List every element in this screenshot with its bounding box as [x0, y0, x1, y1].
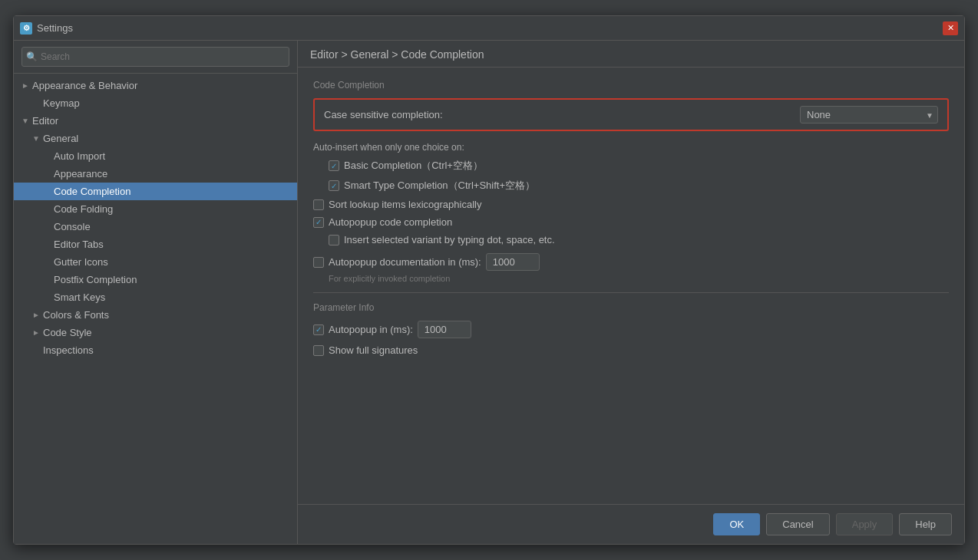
- arrow-icon: [32, 311, 43, 319]
- sidebar-item-postfix-completion[interactable]: Postfix Completion: [14, 271, 297, 288]
- autopopup-hint: For explicitly invoked completion: [313, 274, 949, 283]
- sidebar-item-console[interactable]: Console: [14, 218, 297, 236]
- sidebar-item-label: Gutter Icons: [54, 256, 108, 268]
- sidebar-item-label: Console: [54, 221, 91, 232]
- autopopup-code-label: Autopopup code completion: [329, 216, 452, 228]
- case-sensitive-dropdown-wrap: None All First letter ▼: [800, 106, 938, 124]
- show-full-signatures-label: Show full signatures: [329, 344, 418, 356]
- arrow-icon: [21, 81, 32, 90]
- sidebar-item-appearance-behavior[interactable]: Appearance & Behavior: [14, 77, 297, 94]
- sort-lookup-checkbox[interactable]: [313, 199, 324, 210]
- sidebar-item-label: Code Folding: [54, 203, 113, 215]
- sidebar-item-label: Smart Keys: [54, 292, 105, 303]
- sidebar-item-label: Editor Tabs: [54, 239, 104, 250]
- breadcrumb: Editor > General > Code Completion: [298, 41, 964, 68]
- sort-lookup-row: Sort lookup items lexicographically: [313, 199, 949, 210]
- sidebar-item-editor-tabs[interactable]: Editor Tabs: [14, 236, 297, 253]
- arrow-icon: [32, 328, 43, 337]
- titlebar-left: ⚙ Settings: [20, 22, 73, 35]
- titlebar: ⚙ Settings ✕: [14, 16, 964, 41]
- sidebar-item-code-completion[interactable]: Code Completion: [14, 183, 297, 200]
- param-autopopup-row: Autopopup in (ms):: [313, 321, 949, 338]
- basic-completion-row: Basic Completion（Ctrl+空格）: [313, 159, 949, 173]
- ok-button[interactable]: OK: [713, 513, 760, 535]
- sidebar-item-colors-fonts[interactable]: Colors & Fonts: [14, 306, 297, 324]
- sidebar-item-editor[interactable]: Editor: [14, 112, 297, 130]
- autopopup-doc-label: Autopopup documentation in (ms):: [329, 256, 481, 268]
- sidebar-item-inspections[interactable]: Inspections: [14, 341, 297, 359]
- case-sensitive-label: Case sensitive completion:: [324, 109, 443, 120]
- sidebar-item-label: Editor: [32, 115, 58, 127]
- param-autopopup-checkbox[interactable]: [313, 324, 324, 335]
- autopopup-doc-row: Autopopup documentation in (ms):: [313, 253, 949, 271]
- case-sensitive-row: Case sensitive completion: None All Firs…: [313, 98, 949, 131]
- settings-window: ⚙ Settings ✕ 🔍 Appearance & Behavior: [13, 15, 965, 545]
- sidebar-item-gutter-icons[interactable]: Gutter Icons: [14, 253, 297, 271]
- sidebar-item-label: Colors & Fonts: [43, 309, 109, 321]
- search-wrap: 🔍: [21, 47, 289, 67]
- divider: [313, 292, 949, 293]
- sidebar-item-label: General: [43, 133, 78, 144]
- sidebar-item-code-folding[interactable]: Code Folding: [14, 200, 297, 218]
- param-autopopup-label: Autopopup in (ms):: [329, 324, 413, 335]
- sidebar-item-auto-import[interactable]: Auto Import: [14, 147, 297, 165]
- app-icon: ⚙: [20, 22, 32, 35]
- search-icon: 🔍: [26, 51, 38, 62]
- apply-button[interactable]: Apply: [836, 513, 894, 535]
- sidebar-item-smart-keys[interactable]: Smart Keys: [14, 288, 297, 306]
- autopopup-doc-input[interactable]: [486, 253, 540, 271]
- autopopup-code-row: Autopopup code completion: [313, 216, 949, 228]
- param-autopopup-input[interactable]: [418, 321, 471, 338]
- footer: OK Cancel Apply Help: [298, 504, 964, 544]
- show-full-signatures-row: Show full signatures: [313, 344, 949, 356]
- insert-selected-row: Insert selected variant by typing dot, s…: [313, 234, 949, 245]
- sidebar: 🔍 Appearance & Behavior Keymap Editor: [14, 41, 298, 544]
- sidebar-item-label: Keymap: [43, 97, 80, 109]
- autopopup-code-checkbox[interactable]: [313, 217, 324, 228]
- main-content: 🔍 Appearance & Behavior Keymap Editor: [14, 41, 964, 544]
- sidebar-item-code-style[interactable]: Code Style: [14, 324, 297, 341]
- sidebar-item-label: Code Style: [43, 327, 92, 338]
- close-button[interactable]: ✕: [943, 21, 958, 35]
- basic-completion-label: Basic Completion（Ctrl+空格）: [344, 159, 483, 173]
- sidebar-item-general[interactable]: General: [14, 130, 297, 147]
- sidebar-item-label: Appearance & Behavior: [32, 80, 137, 91]
- search-input[interactable]: [21, 47, 289, 67]
- insert-selected-checkbox[interactable]: [329, 235, 339, 245]
- help-button[interactable]: Help: [899, 513, 952, 535]
- smart-type-completion-checkbox[interactable]: [329, 180, 339, 191]
- smart-type-completion-label: Smart Type Completion（Ctrl+Shift+空格）: [344, 179, 535, 193]
- case-sensitive-select[interactable]: None All First letter: [800, 106, 938, 124]
- right-panel: Editor > General > Code Completion Code …: [298, 41, 964, 544]
- sidebar-tree: Appearance & Behavior Keymap Editor Gene…: [14, 74, 297, 544]
- sidebar-item-label: Postfix Completion: [54, 274, 137, 285]
- show-full-signatures-checkbox[interactable]: [313, 345, 324, 356]
- sort-lookup-label: Sort lookup items lexicographically: [329, 199, 481, 210]
- sidebar-item-appearance[interactable]: Appearance: [14, 165, 297, 183]
- autopopup-doc-checkbox[interactable]: [313, 257, 324, 268]
- smart-type-completion-row: Smart Type Completion（Ctrl+Shift+空格）: [313, 179, 949, 193]
- arrow-icon: [21, 117, 32, 125]
- sidebar-item-label: Auto Import: [54, 150, 105, 162]
- section-title: Code Completion: [313, 80, 949, 91]
- auto-insert-label: Auto-insert when only one choice on:: [313, 142, 949, 153]
- cancel-button[interactable]: Cancel: [766, 513, 829, 535]
- window-title: Settings: [37, 22, 73, 34]
- sidebar-item-label: Code Completion: [54, 186, 131, 197]
- content-area: Code Completion Case sensitive completio…: [298, 68, 964, 504]
- sidebar-item-label: Inspections: [43, 344, 94, 356]
- basic-completion-checkbox[interactable]: [329, 160, 339, 171]
- parameter-info-title: Parameter Info: [313, 302, 949, 313]
- search-box: 🔍: [14, 41, 297, 74]
- sidebar-item-label: Appearance: [54, 168, 107, 180]
- insert-selected-label: Insert selected variant by typing dot, s…: [344, 234, 555, 245]
- arrow-icon: [32, 134, 43, 143]
- sidebar-item-keymap[interactable]: Keymap: [14, 94, 297, 112]
